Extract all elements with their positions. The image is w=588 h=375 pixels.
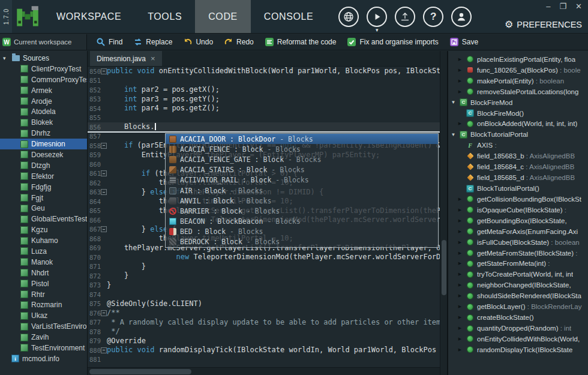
outline-item-placeinexistingportal-entity-floa[interactable]: ▶placeInExistingPortal(Entity, floa bbox=[448, 54, 588, 65]
collapsed-arrow-icon[interactable]: ▶ bbox=[457, 261, 463, 266]
toolbar-undo-button[interactable]: Undo bbox=[178, 34, 218, 50]
outline-item-field-185685-d[interactable]: field_185685_d : AxisAlignedBB bbox=[448, 172, 588, 183]
completion-item-acacia_stairs[interactable]: ACACIA_STAIRS : Block - Blocks bbox=[166, 165, 438, 175]
account-button[interactable] bbox=[451, 7, 472, 27]
collapsed-arrow-icon[interactable]: ▶ bbox=[457, 89, 463, 94]
collapsed-arrow-icon[interactable]: ▶ bbox=[457, 326, 463, 331]
outline-item-axis[interactable]: FAXIS : bbox=[448, 140, 588, 151]
collapsed-arrow-icon[interactable]: ▶ bbox=[457, 304, 463, 309]
outline-item-getmetaforaxis-enumfacing-axi[interactable]: ▶getMetaForAxis(EnumFacing.Axi bbox=[448, 226, 588, 237]
outline-item-makeportal-entity[interactable]: ▶makePortal(Entity) : boolean bbox=[448, 76, 588, 86]
tree-item-nhdrt[interactable]: Nhdrt bbox=[0, 268, 87, 278]
menu-code[interactable]: CODE bbox=[195, 0, 251, 33]
preferences-button[interactable]: ⚙ PREFERENCES bbox=[505, 19, 582, 30]
outline-item-blocktutorialportal[interactable]: ▼CBlockTutorialPortal bbox=[448, 129, 588, 140]
expanded-arrow-icon[interactable]: ▼ bbox=[450, 100, 457, 105]
outline-item-func-180265-a-blockpos[interactable]: ▶func_180265_a(BlockPos) : boole bbox=[448, 65, 588, 76]
outline-item-shouldsideberendered-iblocksta[interactable]: ▶shouldSideBeRendered(IBlockSta bbox=[448, 290, 588, 301]
collapsed-arrow-icon[interactable]: ▶ bbox=[457, 229, 463, 234]
vertical-scrollbar[interactable] bbox=[440, 51, 447, 375]
tree-item-luza[interactable]: Luza bbox=[0, 246, 87, 257]
outline-item-field-185684-c[interactable]: field_185684_c : AxisAlignedBB bbox=[448, 161, 588, 172]
toolbar-find-button[interactable]: Find bbox=[91, 34, 128, 50]
collapsed-arrow-icon[interactable]: ▶ bbox=[457, 315, 463, 320]
tree-item-kgzu[interactable]: Kgzu bbox=[0, 224, 87, 235]
outline-item-isopaquecube-iblockstate[interactable]: ▶isOpaqueCube(IBlockState) : bbox=[448, 205, 588, 215]
gradle-tasks-button[interactable] bbox=[338, 7, 359, 27]
horizontal-scrollbar-thumb[interactable] bbox=[89, 369, 191, 374]
collapsed-arrow-icon[interactable]: ▶ bbox=[457, 283, 463, 287]
completion-item-bed[interactable]: BED : Block - Blocks bbox=[166, 227, 438, 237]
tree-item-doesezek[interactable]: Doesezek bbox=[0, 149, 87, 160]
collapsed-arrow-icon[interactable]: ▶ bbox=[457, 347, 463, 352]
collapsed-arrow-icon[interactable]: ▶ bbox=[457, 293, 463, 298]
outline-item-getstatefrommeta-int[interactable]: ▶getStateFromMeta(int) : bbox=[448, 259, 588, 269]
outline-item-getboundingbox-iblockstate[interactable]: ▶getBoundingBox(IBlockState, bbox=[448, 215, 588, 226]
collapsed-arrow-icon[interactable]: ▶ bbox=[457, 337, 463, 341]
collapsed-arrow-icon[interactable]: ▶ bbox=[457, 251, 463, 256]
fold-marker[interactable] bbox=[101, 169, 107, 179]
run-workspace-button[interactable]: ▾ bbox=[367, 7, 387, 27]
expanded-arrow-icon[interactable]: ▾ bbox=[3, 55, 9, 61]
collapsed-arrow-icon[interactable]: ▶ bbox=[457, 218, 463, 223]
tree-item-ukaz[interactable]: Ukaz bbox=[0, 310, 87, 321]
outline-item-quantitydropped-random[interactable]: ▶quantityDropped(Random) : int bbox=[448, 323, 588, 334]
tree-item-zavih[interactable]: Zavih bbox=[0, 332, 87, 343]
completion-item-barrier[interactable]: BARRIER : Block - Blocks bbox=[166, 206, 438, 216]
fold-marker[interactable] bbox=[101, 141, 107, 151]
fold-marker[interactable] bbox=[101, 188, 107, 197]
completion-item-acacia_door[interactable]: ACACIA_DOOR : BlockDoor - Blocks bbox=[166, 134, 438, 144]
outline-item-neighborchanged-iblockstate[interactable]: ▶neighborChanged(IBlockState, bbox=[448, 280, 588, 290]
outline-item-blockfiremod[interactable]: ▼CBlockFireMod bbox=[448, 97, 588, 108]
tree-item-varlisttestenvironment[interactable]: VarListTestEnvironment bbox=[0, 321, 87, 332]
tree-item-dtzgh[interactable]: Dtzgh bbox=[0, 160, 87, 171]
tree-item-blokek[interactable]: Blokek bbox=[0, 117, 87, 128]
menu-tools[interactable]: TOOLS bbox=[134, 0, 195, 33]
outline-item-onentitycollidedwithblock-world[interactable]: ▶onEntityCollidedWithBlock(World, bbox=[448, 334, 588, 344]
tree-item-testenvironment[interactable]: TestEnvironment bbox=[0, 343, 87, 353]
export-button[interactable] bbox=[395, 7, 415, 27]
tree-item-fgjt[interactable]: Fgjt bbox=[0, 193, 87, 203]
outline-item-getcollisionboundingbox-iblockst[interactable]: ▶getCollisionBoundingBox(IBlockSt bbox=[448, 194, 588, 205]
help-button[interactable]: ? bbox=[423, 7, 443, 27]
outline-item-blockfiremod[interactable]: CBlockFireMod() bbox=[448, 108, 588, 119]
tree-item-globaleventstest[interactable]: GlobalEventsTest bbox=[0, 214, 87, 224]
completion-item-bedrock[interactable]: BEDROCK : Block - Blocks bbox=[166, 237, 438, 247]
toolbar-impfix-button[interactable]: Fix and organise imports bbox=[341, 34, 443, 50]
tree-item-clientproxytest[interactable]: ClientProxyTest bbox=[0, 64, 87, 74]
menu-workspace[interactable]: WORKSPACE bbox=[43, 0, 134, 33]
outline-item-removestaleportallocations-long[interactable]: ▶removeStalePortalLocations(long bbox=[448, 86, 588, 97]
tree-item-rhtr[interactable]: Rhtr bbox=[0, 289, 87, 300]
run-dropdown-caret[interactable]: ▾ bbox=[376, 27, 379, 33]
tree-item-dimesnion[interactable]: Dimesnion bbox=[0, 139, 87, 149]
collapsed-arrow-icon[interactable]: ▶ bbox=[457, 121, 463, 126]
vertical-scrollbar-thumb[interactable] bbox=[442, 240, 446, 295]
tree-item-manok[interactable]: Manok bbox=[0, 257, 87, 268]
minimize-button[interactable]: – bbox=[546, 2, 550, 11]
outline-item-blocktutorialportal[interactable]: CBlockTutorialPortal() bbox=[448, 183, 588, 194]
collapsed-arrow-icon[interactable]: ▶ bbox=[457, 79, 463, 83]
outline-item-getmetafromstate-iblockstate[interactable]: ▶getMetaFromState(IBlockState) : bbox=[448, 248, 588, 259]
toolbar-reformat-button[interactable]: Reformat the code bbox=[259, 34, 342, 50]
completion-item-beacon[interactable]: BEACON : BlockBeacon - Blocks bbox=[166, 217, 438, 227]
toolbar-redo-button[interactable]: Redo bbox=[218, 34, 259, 50]
collapsed-arrow-icon[interactable]: ▶ bbox=[457, 208, 463, 212]
outline-item-randomdisplaytick-iblockstate[interactable]: ▶randomDisplayTick(IBlockState bbox=[448, 344, 588, 355]
outline-item-createblockstate[interactable]: ▶createBlockState() bbox=[448, 312, 588, 323]
tree-item-atodela[interactable]: Atodela bbox=[0, 106, 87, 117]
expanded-arrow-icon[interactable]: ▼ bbox=[450, 132, 457, 137]
menu-console[interactable]: CONSOLE bbox=[251, 0, 326, 33]
collapsed-arrow-icon[interactable]: ▶ bbox=[457, 197, 463, 202]
tree-root-sources[interactable]: ▾Sources bbox=[0, 53, 87, 64]
collapsed-arrow-icon[interactable]: ▶ bbox=[457, 57, 463, 62]
collapsed-arrow-icon[interactable]: ▶ bbox=[457, 240, 463, 245]
toolbar-replace-button[interactable]: Replace bbox=[128, 34, 178, 50]
fold-marker[interactable] bbox=[101, 225, 107, 235]
tree-item-fdgfjg[interactable]: Fdgfjg bbox=[0, 182, 87, 193]
collapsed-arrow-icon[interactable]: ▶ bbox=[457, 272, 463, 277]
outline-item-isfullcube-iblockstate[interactable]: ▶isFullCube(IBlockState) : boolean bbox=[448, 237, 588, 248]
tree-item-mcmod-info[interactable]: imcmod.info bbox=[0, 353, 87, 364]
tree-item-efektor[interactable]: Efektor bbox=[0, 171, 87, 182]
tree-item-rozmarin[interactable]: Rozmarin bbox=[0, 299, 87, 310]
outline-item-onblockadded-world-int-int-int[interactable]: ▶onBlockAdded(World, int, int, int) bbox=[448, 119, 588, 130]
